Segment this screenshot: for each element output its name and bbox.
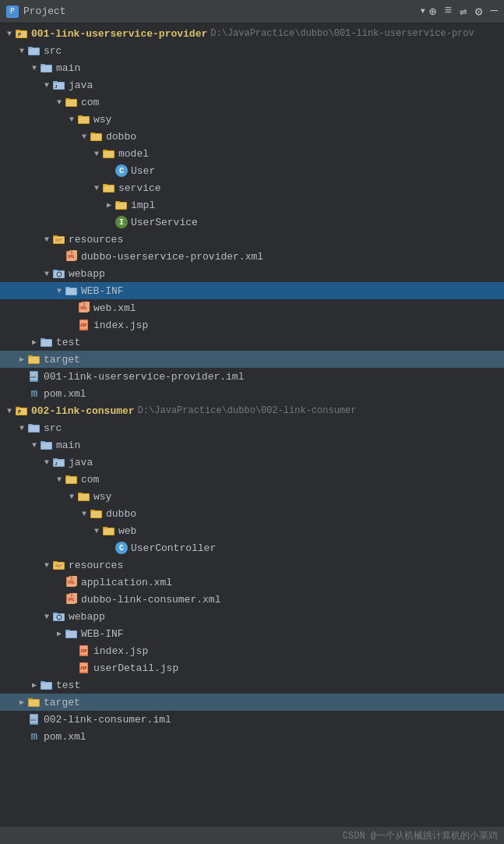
tree-arrow-p1-impl[interactable] [103, 199, 115, 211]
tree-item-p2-webinf[interactable]: WEB-INF [0, 625, 504, 642]
tree-arrow-p1-model[interactable] [90, 147, 103, 160]
tree-item-p2-iml[interactable]: iml 002-link-consumer.iml [0, 711, 504, 728]
tree-arrow-p1-com[interactable] [53, 96, 65, 108]
tree-arrow-p2-src[interactable] [16, 422, 28, 434]
tree-arrow-p2-target[interactable] [16, 696, 28, 708]
tree-item-p1-pom[interactable]: mpom.xml [0, 385, 504, 402]
tree-arrow-p1-main[interactable] [28, 62, 41, 74]
label-p1-main: main [56, 62, 80, 74]
tree-arrow-p1-java[interactable] [41, 79, 53, 91]
tree-item-p2-web[interactable]: web [0, 522, 504, 539]
minimize-icon[interactable]: — [490, 4, 498, 19]
icon-iml: iml [28, 713, 44, 726]
tree-item-p1-iml[interactable]: iml 001-link-userservice-provider.iml [0, 368, 504, 385]
tree-item-p1-dubbo-xml[interactable]: XML dubbo-userservice-provider.xml [0, 248, 504, 265]
tree-arrow-p1-wsy[interactable] [65, 113, 78, 125]
tree-item-p1-indexjsp[interactable]: JSP index.jsp [0, 316, 504, 334]
svg-text:J: J [55, 84, 58, 90]
label-p1-model: model [118, 148, 149, 160]
tree-item-p2-usercontroller[interactable]: CUserController [0, 539, 504, 556]
icon-folder-yellow [65, 97, 81, 108]
tree-item-p1-com[interactable]: com [0, 94, 504, 111]
tree-arrow-p2-com[interactable] [53, 473, 65, 486]
project-icon: P [6, 5, 19, 18]
tree-arrow-p2-webapp[interactable] [41, 610, 53, 623]
list-icon[interactable]: ≡ [445, 4, 453, 19]
tree-arrow-p2-webinf[interactable] [53, 627, 65, 640]
tree-item-p2-indexjsp[interactable]: JSP index.jsp [0, 642, 504, 659]
tree-arrow-p1-service[interactable] [90, 182, 103, 194]
tree-item-p1-resources[interactable]: resources [0, 231, 504, 248]
tree-item-p1-service[interactable]: service [0, 179, 504, 196]
tree-item-p1-model[interactable]: model [0, 145, 504, 162]
project-tree: P 001-link-userservice-providerD:\JavaPr… [0, 23, 504, 747]
tree-arrow-p1[interactable] [3, 27, 16, 40]
tree-item-p1-webapp[interactable]: webapp [0, 265, 504, 282]
tree-arrow-p1-webapp[interactable] [41, 267, 53, 280]
title-bar-dropdown-icon[interactable] [417, 5, 429, 18]
tree-arrow-p2-web[interactable] [90, 524, 103, 537]
tree-item-p2-java[interactable]: J java [0, 454, 504, 471]
tree-item-p1-test[interactable]: test [0, 334, 504, 351]
tree-item-p1-webxml[interactable]: XML web.xml [0, 299, 504, 316]
tree-arrow-p2-main[interactable] [28, 439, 41, 451]
tree-item-p1-user[interactable]: CUser [0, 162, 504, 179]
tree-item-p2[interactable]: P 002-link-consumerD:\JavaPractice\dubbo… [0, 402, 504, 419]
label-p2-target: target [44, 697, 80, 708]
tree-item-p2-resources[interactable]: resources [0, 556, 504, 574]
tree-item-p2-dubboxml[interactable]: XML dubbo-link-consumer.xml [0, 591, 504, 608]
tree-arrow-p2[interactable] [3, 404, 16, 417]
tree-item-p1-webinf[interactable]: WEB-INF [0, 282, 504, 299]
tree-arrow-p2-resources[interactable] [41, 559, 53, 571]
tree-item-p2-pom[interactable]: mpom.xml [0, 728, 504, 745]
tree-item-p1-wsy[interactable]: wsy [0, 111, 504, 128]
tree-item-p1-impl[interactable]: impl [0, 196, 504, 214]
icon-pom: m [28, 387, 44, 400]
label-p2-webapp: webapp [69, 611, 105, 623]
label-p1-dobbo: dobbo [106, 131, 136, 143]
tree-arrow-p1-resources[interactable] [41, 233, 53, 245]
tree-item-p1-dobbo[interactable]: dobbo [0, 128, 504, 145]
tree-item-p2-test[interactable]: test [0, 676, 504, 694]
settings-icon[interactable]: ⚙ [475, 4, 483, 19]
tree-item-p2-main[interactable]: main [0, 436, 504, 454]
svg-text:P: P [18, 32, 21, 38]
label-p2-webinf: WEB-INF [81, 628, 124, 640]
tree-arrow-p2-dubbo[interactable] [78, 507, 90, 520]
tree-arrow-p2-test[interactable] [28, 679, 41, 691]
tree-item-p2-appxml[interactable]: XML application.xml [0, 574, 504, 591]
icon-folder-resources [53, 234, 69, 245]
tree-arrow-p2-wsy[interactable] [65, 490, 78, 503]
tree-arrow-p1-dobbo[interactable] [78, 130, 90, 143]
tree-arrow-p1-target[interactable] [16, 353, 28, 365]
label-p2-userdetail: userDetail.jsp [93, 662, 178, 674]
icon-folder-yellow [28, 354, 44, 365]
tree-arrow-p1-webinf[interactable] [53, 284, 65, 297]
tree-item-p2-target[interactable]: target [0, 694, 504, 711]
tree-arrow-p1-src[interactable] [16, 44, 28, 57]
split-icon[interactable]: ⇌ [460, 4, 467, 19]
svg-text:iml: iml [30, 376, 37, 379]
tree-item-p1-target[interactable]: target [0, 351, 504, 368]
tree-item-p1-src[interactable]: src [0, 42, 504, 59]
add-icon[interactable]: ⊕ [429, 4, 437, 19]
svg-rect-85 [79, 494, 89, 500]
tree-item-p2-userdetail[interactable]: JSP userDetail.jsp [0, 659, 504, 676]
label-p2-web: web [118, 525, 136, 537]
tree-item-p1-main[interactable]: main [0, 59, 504, 76]
tree-item-p2-src[interactable]: src [0, 419, 504, 436]
icon-folder-project: P [16, 405, 31, 416]
tree-item-p2-webapp[interactable]: webapp [0, 608, 504, 625]
icon-jsp: JSP [78, 662, 93, 674]
tree-arrow-p2-java[interactable] [41, 456, 53, 468]
tree-arrow-p1-test[interactable] [28, 336, 41, 348]
tree-item-p2-dubbo[interactable]: dubbo [0, 505, 504, 522]
icon-folder-main [41, 62, 56, 73]
tree-item-p1-userservice[interactable]: IUserService [0, 214, 504, 231]
tree-item-p1[interactable]: P 001-link-userservice-providerD:\JavaPr… [0, 25, 504, 42]
label-p1-webapp: webapp [69, 268, 105, 280]
tree-item-p1-java[interactable]: J java [0, 76, 504, 94]
tree-item-p2-com[interactable]: com [0, 471, 504, 488]
icon-xml: XML [65, 576, 81, 588]
tree-item-p2-wsy[interactable]: wsy [0, 488, 504, 505]
